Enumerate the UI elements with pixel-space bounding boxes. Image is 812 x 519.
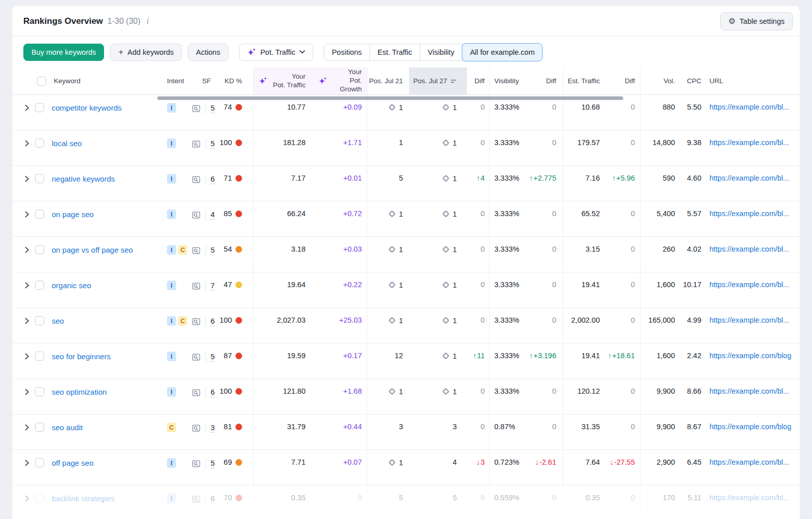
column-header-sf[interactable]: SF [189,67,221,94]
info-icon[interactable]: i [147,17,149,26]
url-link[interactable]: https://example.com/bl... [709,174,789,182]
url-link[interactable]: https://example.com/bl... [709,387,789,395]
row-checkbox[interactable] [35,458,44,467]
column-header-kd[interactable]: KD % [221,67,254,94]
row-checkbox[interactable] [35,281,44,290]
serp-features-icon[interactable] [192,140,201,149]
serp-features-icon[interactable] [192,318,201,326]
select-all-checkbox[interactable] [37,77,46,86]
url-link[interactable]: https://example.com/bl... [709,458,789,466]
column-header-intent[interactable]: Intent [157,67,189,94]
keyword-link[interactable]: off page seo [52,459,93,467]
row-checkbox[interactable] [35,103,44,112]
keyword-link[interactable]: local seo [52,139,82,148]
row-checkbox[interactable] [35,174,44,183]
url-link[interactable]: https://example.com/bl... [709,103,789,111]
row-checkbox[interactable] [35,245,44,254]
keyword-link[interactable]: seo [52,317,64,325]
url-link[interactable]: https://example.com/bl... [709,281,789,289]
serp-features-icon[interactable] [192,247,201,255]
url-link[interactable]: https://example.com/bl... [709,494,789,502]
keyword-link[interactable]: organic seo [52,281,91,290]
expand-row-icon[interactable] [25,140,29,147]
expand-row-icon[interactable] [25,389,29,395]
expand-row-icon[interactable] [25,282,29,289]
column-header-pos-jul21[interactable]: Pos. Jul 21 [367,67,409,94]
serp-features-icon[interactable] [192,389,201,397]
sf-count[interactable]: 6 [211,495,215,504]
row-checkbox[interactable] [35,316,44,325]
sf-count[interactable]: 5 [211,246,215,255]
serp-features-icon[interactable] [192,424,201,433]
expand-row-icon[interactable] [25,176,29,182]
expand-row-icon[interactable] [25,424,29,431]
sf-count[interactable]: 5 [211,459,215,468]
column-header-pos-diff[interactable]: Diff [467,67,490,94]
tab-all-for-domain[interactable]: All for example.com [462,43,543,61]
sf-count[interactable]: 7 [211,282,215,291]
sf-count[interactable]: 5 [211,140,215,149]
column-header-url[interactable]: URL [702,67,800,94]
expand-row-icon[interactable] [25,318,29,324]
actions-button[interactable]: Actions [188,44,228,61]
expand-row-icon[interactable] [25,353,29,360]
serp-features-icon[interactable] [192,460,201,468]
sf-count[interactable]: 6 [211,317,215,326]
row-checkbox[interactable] [35,423,44,432]
horizontal-scrollbar-thumb[interactable] [157,96,623,100]
url-link[interactable]: https://example.com/blog [709,352,791,360]
buy-more-keywords-button[interactable]: Buy more keywords [23,44,104,61]
tab-est-traffic[interactable]: Est. Traffic [370,44,420,61]
row-checkbox[interactable] [35,494,44,503]
keyword-link[interactable]: competitor keywords [52,103,122,112]
metric-dropdown[interactable]: Pot. Traffic [239,44,313,61]
expand-row-icon[interactable] [25,460,29,466]
column-header-pot-growth[interactable]: YourPot. Growth [308,67,367,94]
keyword-link[interactable]: on page vs off page seo [52,246,133,254]
serp-features-icon[interactable] [192,495,201,504]
url-link[interactable]: https://example.com/bl... [709,245,789,253]
sf-count[interactable]: 6 [211,388,215,397]
column-header-cpc[interactable]: CPC [677,67,702,94]
add-keywords-button[interactable]: + Add keywords [110,44,182,61]
row-checkbox[interactable] [35,387,44,396]
column-header-est-traffic[interactable]: Est. Traffic [563,67,603,94]
url-link[interactable]: https://example.com/blog [709,423,791,431]
keyword-link[interactable]: seo audit [52,423,83,432]
column-header-pot-traffic[interactable]: YourPot. Traffic [254,67,308,94]
expand-row-icon[interactable] [25,247,29,253]
keyword-link[interactable]: on page seo [52,210,94,219]
row-checkbox[interactable] [35,210,44,219]
keyword-link[interactable]: seo optimization [52,388,107,396]
column-header-visibility[interactable]: Visibility [490,67,525,94]
serp-features-icon[interactable] [192,353,201,362]
sf-count[interactable]: 5 [211,353,215,362]
keyword-link[interactable]: seo for beginners [52,352,111,361]
sf-count[interactable]: 3 [211,424,215,433]
row-checkbox[interactable] [35,352,44,361]
sf-count[interactable]: 6 [211,175,215,184]
keyword-link[interactable]: backlink strategies [52,494,114,503]
serp-features-icon[interactable] [192,176,201,184]
column-header-pos-jul27[interactable]: Pos. Jul 27 [409,67,467,94]
keyword-link[interactable]: negative keywords [52,175,115,183]
url-link[interactable]: https://example.com/bl... [709,210,789,218]
sf-count[interactable]: 4 [211,211,215,220]
serp-features-icon[interactable] [192,282,201,291]
expand-row-icon[interactable] [25,211,29,218]
column-header-keyword[interactable]: Keyword [12,67,157,94]
url-link[interactable]: https://example.com/bl... [709,139,789,147]
table-settings-button[interactable]: ⚙ Table settings [720,12,793,30]
serp-features-icon[interactable] [192,211,201,220]
tab-visibility[interactable]: Visibility [420,44,462,61]
url-link[interactable]: https://example.com/bl... [709,316,789,324]
column-header-volume[interactable]: Vol. [640,67,677,94]
expand-row-icon[interactable] [25,105,29,111]
column-header-visibility-diff[interactable]: Diff [525,67,563,94]
tab-positions[interactable]: Positions [324,44,370,61]
sf-count[interactable]: 5 [211,104,215,113]
column-header-est-diff[interactable]: Diff [603,67,640,94]
serp-features-icon[interactable] [192,105,201,113]
expand-row-icon[interactable] [25,495,29,502]
row-checkbox[interactable] [35,139,44,148]
